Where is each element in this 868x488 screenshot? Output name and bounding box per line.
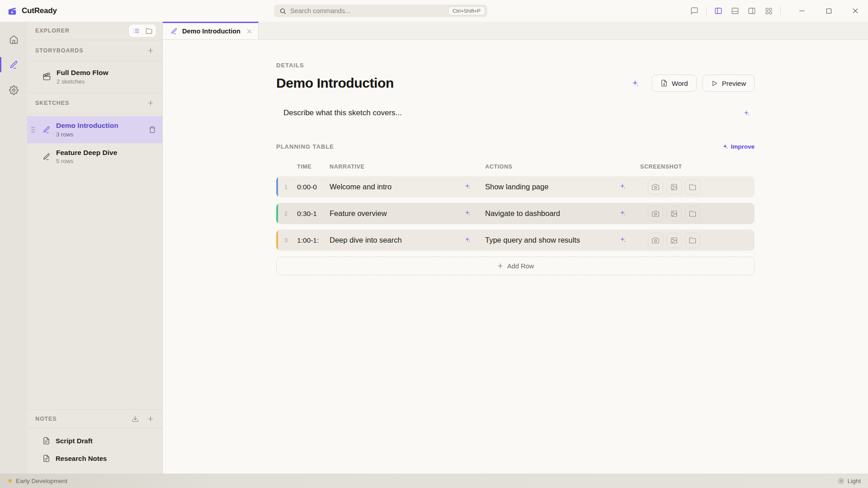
nav-sketches-icon[interactable] [0,58,27,71]
capture-screenshot-button[interactable] [648,233,663,248]
action-text: Navigate to dashboard [485,209,560,218]
row-accent-bar [276,176,278,197]
ai-sparkle-icon[interactable] [619,236,627,244]
add-row-button[interactable]: Add Row [276,257,755,275]
sketch-subtitle: 5 rows [56,158,117,164]
time-input[interactable]: 1:00-1: [297,236,321,244]
titlebar-separator [706,7,707,15]
actions-cell[interactable]: Type query and show results [485,236,640,244]
narrative-cell[interactable]: Feature overview [330,209,485,218]
explorer-view-toggle [129,24,156,37]
col-narrative: NARRATIVE [330,164,485,170]
toggle-right-panel-icon[interactable] [747,6,757,16]
window-maximize-button[interactable] [823,5,834,16]
titlebar-actions [689,0,861,22]
feedback-icon[interactable] [689,6,699,16]
ai-sparkle-icon[interactable] [464,183,472,191]
import-note-icon[interactable] [131,414,140,423]
ai-sparkle-icon[interactable] [619,210,627,218]
capture-screenshot-button[interactable] [648,179,663,195]
storyboard-item[interactable]: Full Demo Flow 2 sketches [27,63,162,90]
add-sketch-button[interactable] [146,99,155,108]
app-brand: CutReady [7,0,57,22]
ai-sparkle-icon[interactable] [619,183,627,191]
folder-view-icon[interactable] [143,26,155,36]
theme-toggle[interactable]: Light [838,478,861,484]
narrative-cell[interactable]: Welcome and intro [330,183,485,191]
sketch-title-input[interactable]: Demo Introduction [276,75,630,91]
browse-files-button[interactable] [685,179,700,195]
ai-sparkle-icon[interactable] [630,78,641,89]
sketch-item[interactable]: Feature Deep Dive 5 rows [27,143,162,170]
attach-image-button[interactable] [666,233,682,248]
notes-list: Script Draft Research Notes [27,428,162,474]
nav-home-icon[interactable] [0,33,27,46]
sidebar-spacer [27,172,162,409]
time-input[interactable]: 0:00-0 [297,183,321,191]
capture-screenshot-button[interactable] [648,206,663,221]
browse-files-button[interactable] [685,206,700,221]
narrative-cell[interactable]: Deep dive into search [330,236,485,244]
sun-icon [838,478,844,484]
note-item[interactable]: Research Notes [27,450,162,467]
sketch-item-selected[interactable]: Demo Introduction 3 rows [27,116,162,143]
tab-close-icon[interactable] [245,27,254,36]
status-dot-icon [8,479,12,483]
storyboards-section-header: STORYBOARDS [27,40,162,61]
narrative-text: Deep dive into search [330,236,402,244]
nav-settings-icon[interactable] [0,83,27,97]
screenshot-cell [640,179,755,195]
attach-image-button[interactable] [666,179,682,195]
description-input[interactable]: Describe what this sketch covers... [283,108,402,117]
apps-grid-icon[interactable] [764,6,774,16]
word-button-label: Word [672,80,688,87]
ai-sparkle-icon[interactable] [464,210,472,218]
add-note-button[interactable] [146,414,155,423]
tab-demo-introduction[interactable]: Demo Introduction [163,22,259,39]
planning-rows: 1 0:00-0 Welcome and intro Show landing … [276,176,755,251]
storyboards-label: STORYBOARDS [35,47,83,54]
search-icon [279,8,286,14]
note-item[interactable]: Script Draft [27,432,162,450]
clapperboard-icon [42,72,51,81]
toggle-left-panel-icon[interactable] [713,6,723,16]
sketches-section-header: SKETCHES [27,93,162,114]
search-shortcut-badge: Ctrl+Shift+P [448,6,485,15]
status-bar: Early Development Light [0,474,868,488]
toggle-bottom-panel-icon[interactable] [730,6,740,16]
table-row: 3 1:00-1: Deep dive into search Type que… [276,230,755,251]
planning-table-label: PLANNING TABLE [276,143,334,150]
delete-sketch-icon[interactable] [149,126,156,133]
row-number: 2 [276,211,297,217]
table-column-headers: TIME NARRATIVE ACTIONS SCREENSHOT [276,164,755,170]
export-word-button[interactable]: Word [652,75,697,92]
note-title: Research Notes [56,455,107,462]
ai-sparkle-icon[interactable] [464,236,472,244]
drag-handle-icon[interactable] [31,126,35,133]
col-actions: ACTIONS [485,164,640,170]
actions-cell[interactable]: Show landing page [485,183,640,191]
window-minimize-button[interactable] [797,5,807,16]
document-icon [42,455,50,462]
ai-sparkle-icon[interactable] [741,108,752,118]
table-row: 2 0:30-1 Feature overview Navigate to da… [276,203,755,224]
preview-button[interactable]: Preview [703,75,755,92]
improve-button[interactable]: Improve [722,143,755,150]
time-input[interactable]: 0:30-1 [297,210,321,218]
add-row-label: Add Row [507,263,534,270]
app-logo-icon [7,6,17,16]
command-search-input[interactable]: Search commands... Ctrl+Shift+P [274,5,487,17]
row-accent-bar [276,203,278,224]
status-text: Early Development [16,478,67,484]
window-close-button[interactable] [850,5,861,16]
attach-image-button[interactable] [666,206,682,221]
add-storyboard-button[interactable] [146,46,155,55]
details-section-label: DETAILS [276,62,755,69]
table-row: 1 0:00-0 Welcome and intro Show landing … [276,176,755,197]
browse-files-button[interactable] [685,233,700,248]
explorer-label: EXPLORER [35,28,70,34]
col-time: TIME [297,164,330,170]
actions-cell[interactable]: Navigate to dashboard [485,209,640,218]
explorer-sidebar: EXPLORER STORYBOARDS Full Demo Flow 2 sk… [27,22,163,474]
list-view-icon[interactable] [130,26,142,36]
